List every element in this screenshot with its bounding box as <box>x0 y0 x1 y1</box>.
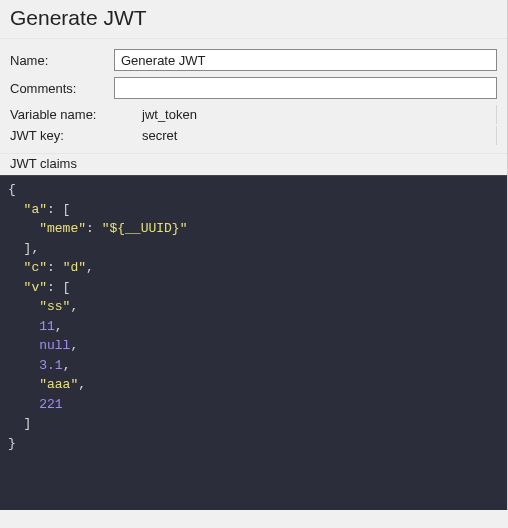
code-token: "${__UUID}" <box>102 221 188 236</box>
code-token <box>8 416 24 431</box>
jwt-key-value[interactable]: secret <box>138 126 497 145</box>
code-token: { <box>8 182 16 197</box>
page-title: Generate JWT <box>0 0 507 38</box>
code-token <box>8 299 39 314</box>
form-area: Name: Comments: Variable name: jwt_token… <box>0 38 507 154</box>
variable-name-value[interactable]: jwt_token <box>138 105 497 124</box>
code-token: "a" <box>24 202 47 217</box>
code-token: "ss" <box>39 299 70 314</box>
code-token: "d" <box>63 260 86 275</box>
code-token: } <box>8 436 16 451</box>
comments-label: Comments: <box>10 81 110 96</box>
row-variable-name: Variable name: jwt_token <box>10 105 497 124</box>
code-token: , <box>70 299 78 314</box>
code-token: , <box>55 319 63 334</box>
jwt-claims-label: JWT claims <box>0 154 507 175</box>
code-token: ] <box>24 416 32 431</box>
row-comments: Comments: <box>10 77 497 99</box>
jwt-key-label: JWT key: <box>10 128 134 143</box>
code-token <box>8 358 39 373</box>
name-input[interactable] <box>114 49 497 71</box>
jwt-config-panel: Generate JWT Name: Comments: Variable na… <box>0 0 508 510</box>
code-token <box>8 319 39 334</box>
code-token: : [ <box>47 202 70 217</box>
code-token: , <box>70 338 78 353</box>
code-token: , <box>86 260 94 275</box>
code-token <box>8 202 24 217</box>
code-token: , <box>63 358 71 373</box>
code-token: 3.1 <box>39 358 62 373</box>
code-token <box>8 338 39 353</box>
code-token: 11 <box>39 319 55 334</box>
code-token <box>8 241 24 256</box>
code-token <box>8 397 39 412</box>
code-token: "v" <box>24 280 47 295</box>
row-name: Name: <box>10 49 497 71</box>
row-jwt-key: JWT key: secret <box>10 126 497 145</box>
name-label: Name: <box>10 53 110 68</box>
code-token: : [ <box>47 280 70 295</box>
code-token <box>8 280 24 295</box>
code-token: : <box>47 260 63 275</box>
code-token: "meme" <box>39 221 86 236</box>
code-token <box>8 260 24 275</box>
code-token <box>8 221 39 236</box>
code-token: ], <box>24 241 40 256</box>
variable-name-label: Variable name: <box>10 107 134 122</box>
comments-input[interactable] <box>114 77 497 99</box>
code-token: "aaa" <box>39 377 78 392</box>
code-token: "c" <box>24 260 47 275</box>
code-token: 221 <box>39 397 62 412</box>
code-token: : <box>86 221 102 236</box>
code-token <box>8 377 39 392</box>
code-token: , <box>78 377 86 392</box>
jwt-claims-editor[interactable]: { "a": [ "meme": "${__UUID}" ], "c": "d"… <box>0 175 507 510</box>
code-token: null <box>39 338 70 353</box>
